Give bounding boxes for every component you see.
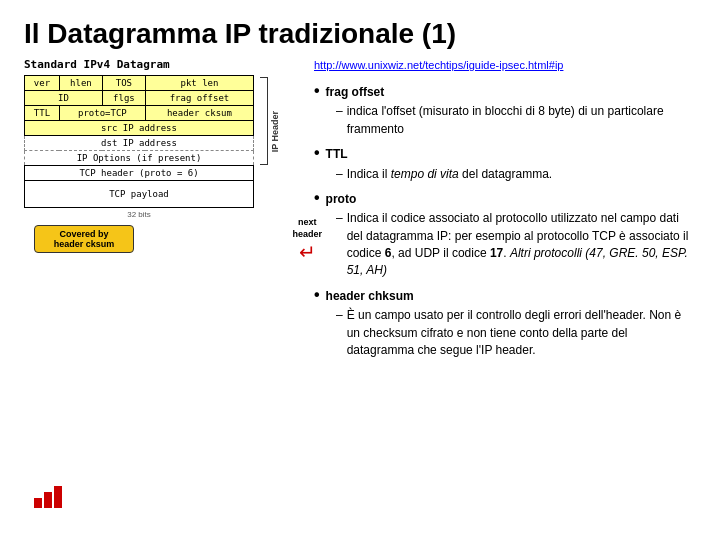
ip-header-label: IP Header [270,111,280,152]
table-row: TCP payload [25,181,254,208]
sub-dash: – [336,210,343,227]
table-cell: flgs [102,91,145,106]
table-row: IP Options (if present) [25,151,254,166]
bold-17: 17 [490,246,503,260]
bits-label: 32 bits [24,210,254,219]
diagram-title: Standard IPv4 Datagram [24,58,294,71]
table-cell: dst IP address [25,136,254,151]
sub-dash: – [336,103,343,120]
content-area: Standard IPv4 Datagram ver hlen TOS pkt … [24,58,696,518]
text-area: http://www.unixwiz.net/techtips/iguide-i… [304,58,696,518]
table-cell: frag offset [145,91,253,106]
table-row: TTL proto=TCP header cksum [25,106,254,121]
sub-bullet: – Indica il tempo di vita del datagramma… [336,166,696,183]
bullet-dot: • [314,287,320,303]
italic-protocols: Altri protocolli (47, GRE. 50, ESP. 51, … [347,246,688,277]
bullet-label: proto [326,191,357,208]
covered-box: Covered byheader cksum [34,225,134,253]
ip-header-bracket [260,77,268,165]
datagram-table: ver hlen TOS pkt len ID flgs frag offset… [24,75,254,208]
slide-title: Il Datagramma IP tradizionale (1) [24,18,696,50]
table-cell: IP Options (if present) [25,151,254,166]
bullet-dot: • [314,145,320,161]
sub-text: Indica il tempo di vita del datagramma. [347,166,552,183]
table-cell: TOS [102,76,145,91]
bullet-main: • TTL [314,146,696,163]
bullet-main: • frag offset [314,84,696,101]
table-cell: TTL [25,106,60,121]
bullet-proto: • proto – Indica il codice associato al … [314,191,696,280]
table-cell: pkt len [145,76,253,91]
next-header-label: nextheader [292,217,322,240]
table-cell: ID [25,91,103,106]
table-cell: ver [25,76,60,91]
table-cell: TCP payload [25,181,254,208]
table-cell: TCP header (proto = 6) [25,166,254,181]
bullet-ttl: • TTL – Indica il tempo di vita del data… [314,146,696,183]
table-row: ver hlen TOS pkt len [25,76,254,91]
bullet-frag-offset: • frag offset – indica l'offset (misurat… [314,84,696,138]
bar3 [54,486,62,508]
bullet-label: TTL [326,146,348,163]
url-link[interactable]: http://www.unixwiz.net/techtips/iguide-i… [314,58,696,74]
table-cell: hlen [59,76,102,91]
sub-bullet: – Indica il codice associato al protocol… [336,210,696,280]
bar2 [44,492,52,508]
bullet-header-chksum: • header chksum – È un campo usato per i… [314,288,696,360]
table-row: TCP header (proto = 6) [25,166,254,181]
next-header-arrow: ↵ [299,240,316,264]
table-row: dst IP address [25,136,254,151]
sub-text: Indica il codice associato al protocollo… [347,210,696,280]
sub-bullet: – indica l'offset (misurato in blocchi d… [336,103,696,138]
table-cell: src IP address [25,121,254,136]
bullet-label: header chksum [326,288,414,305]
bar1 [34,498,42,508]
sub-dash: – [336,166,343,183]
sub-text: È un campo usato per il controllo degli … [347,307,696,359]
diagram-area: Standard IPv4 Datagram ver hlen TOS pkt … [24,58,294,518]
bullet-label: frag offset [326,84,385,101]
slide: Il Datagramma IP tradizionale (1) Standa… [0,0,720,540]
table-row: ID flgs frag offset [25,91,254,106]
sub-text: indica l'offset (misurato in blocchi di … [347,103,696,138]
table-cell: proto=TCP [59,106,145,121]
bar-chart-icon [34,486,62,508]
table-row: src IP address [25,121,254,136]
italic-text: tempo di vita [391,167,459,181]
bullet-dot: • [314,83,320,99]
sub-dash: – [336,307,343,324]
table-cell: header cksum [145,106,253,121]
bold-6: 6 [385,246,392,260]
bullet-dot: • [314,190,320,206]
bullet-main: • header chksum [314,288,696,305]
sub-bullet: – È un campo usato per il controllo degl… [336,307,696,359]
bullet-main: • proto [314,191,696,208]
